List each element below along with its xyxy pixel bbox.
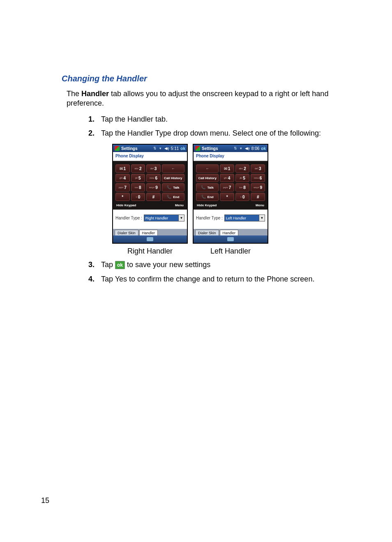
letters: wxyz [149,186,154,189]
keyboard-icon [227,237,234,241]
step-number: 4. [83,274,95,284]
keypad-bottom-bar: Hide Keypad Menu [196,203,265,208]
digit: 9 [155,185,158,190]
digit: 8 [243,185,246,190]
captions-row: Right Handler Left Handler [112,247,351,256]
key-star: * [220,193,234,201]
key-end: 📞End [162,193,184,201]
start-icon [195,146,200,151]
key-call-history: Call History [162,174,184,182]
menu-label: Menu [256,203,264,207]
letters: ghi [224,177,227,179]
text-bold: Handler [127,115,153,123]
ok-button: ok [180,146,185,151]
tab-dialer-skin: Dialer Skin [195,230,219,235]
key-end: 📞End [196,193,219,201]
title-bar: Settings ⇅ ▾ ◀ę 8:06 ok [194,145,267,152]
label: End [208,195,214,199]
step-number: 1. [83,114,95,124]
digit: 8 [139,185,141,190]
ok-button-graphic: ok [115,261,125,269]
step-content: Tap Yes to confirm the change and to ret… [101,274,351,284]
menu-label: Menu [175,203,184,207]
hide-keypad-label: Hide Keypad [116,203,136,207]
backspace-icon: ← [206,167,209,171]
digit: # [257,195,259,199]
screen-header: Phone Display [194,152,267,161]
steps-list: 1. Tap the Handler tab. 2. Tap the Handl… [83,114,351,138]
tab-dialer-skin: Dialer Skin [115,230,138,235]
letters: def [255,167,258,170]
tabs-row: Dialer Skin Handler [113,229,187,235]
keyboard-icon [147,237,153,241]
label: End [173,195,179,199]
key-talk: 📞Talk [196,183,219,191]
title-bar: Settings ⇅ ▾ ◀ę 5:11 ok [113,145,187,152]
key-call-history: Call History [196,174,219,182]
screenshot-right-handler: Settings ⇅ ▾ ◀ę 5:11 ok Phone Display ✉1… [112,144,188,244]
key-backspace: ← [196,164,219,173]
chevron-down-icon: ▼ [259,215,265,221]
handler-type-dropdown: Right Handler ▼ [144,214,184,221]
tab-handler: Handler [139,230,158,235]
key-hash: # [146,193,161,201]
text: to confirm the change and to return to t… [127,275,267,283]
step-number: 2. [83,128,95,138]
key-9: wxyz9 [146,183,161,191]
digit: 5 [243,176,245,180]
volume-icon: ◀ę [245,146,250,150]
letters: abc [239,167,243,170]
digit: # [152,195,155,199]
clock-text: 5:11 [171,146,179,151]
key-hash: # [251,193,265,201]
letters: wxyz [254,186,259,189]
keypad-grid: ✉1 abc2 def3 ← ghi4 jkl5 mno6 Call Histo… [115,164,184,201]
step-content: Tap ok to save your new settings [101,260,351,270]
key-0: +0 [235,193,250,201]
key-0: +0 [131,193,145,201]
tabs-row: Dialer Skin Handler [194,229,267,235]
keypad-area: ← ✉1 abc2 def3 Call History ghi4 jkl5 mn… [194,161,267,210]
step-2: 2. Tap the Handler Type drop down menu. … [83,128,351,138]
label: Talk [173,186,179,189]
handler-type-row: Handler Type : Right Handler ▼ [113,210,187,229]
key-2: abc2 [235,164,250,173]
step-1: 1. Tap the Handler tab. [83,114,351,124]
key-5: jkl5 [235,174,250,182]
soft-key-bar [113,235,187,243]
screen-header: Phone Display [113,152,187,161]
key-7: pqrs7 [220,183,234,191]
tab-handler: Handler [220,230,239,235]
screenshot-left-handler: Settings ⇅ ▾ ◀ę 8:06 ok Phone Display ← … [193,144,268,244]
intro-pre: The [67,90,81,98]
handler-type-dropdown: Left Handler ▼ [224,214,265,221]
dropdown-value: Right Handler [144,215,178,221]
digit: 6 [260,176,262,180]
dropdown-value: Left Handler [225,215,259,221]
letters: mno [150,177,154,179]
text: Tap [101,261,115,269]
key-4: ghi4 [220,174,234,182]
voicemail-icon: ✉ [120,166,123,171]
signal-icon: ▾ [159,146,163,150]
letters: abc [134,167,138,170]
backspace-icon: ← [171,167,175,171]
step-number: 3. [83,260,95,270]
key-backspace: ← [162,164,184,173]
volume-icon: ◀ę [164,146,169,150]
step-content: Tap the Handler Type drop down menu. Sel… [101,128,351,138]
intro-paragraph: The Handler tab allows you to adjust the… [67,89,330,108]
handler-type-label: Handler Type : [196,216,223,220]
label: Talk [207,186,213,189]
key-8: tuv8 [235,183,250,191]
step-3: 3. Tap ok to save your new settings [83,260,351,270]
label: Call History [198,176,216,180]
intro-bold: Handler [81,90,109,98]
text: Tap the [101,129,127,137]
key-1: ✉1 [115,164,130,173]
letters: tuv [135,186,138,189]
phone-icon: 📞 [167,195,171,199]
digit: 0 [242,195,245,199]
key-3: def3 [146,164,161,173]
keypad-area: ✉1 abc2 def3 ← ghi4 jkl5 mno6 Call Histo… [113,161,187,210]
